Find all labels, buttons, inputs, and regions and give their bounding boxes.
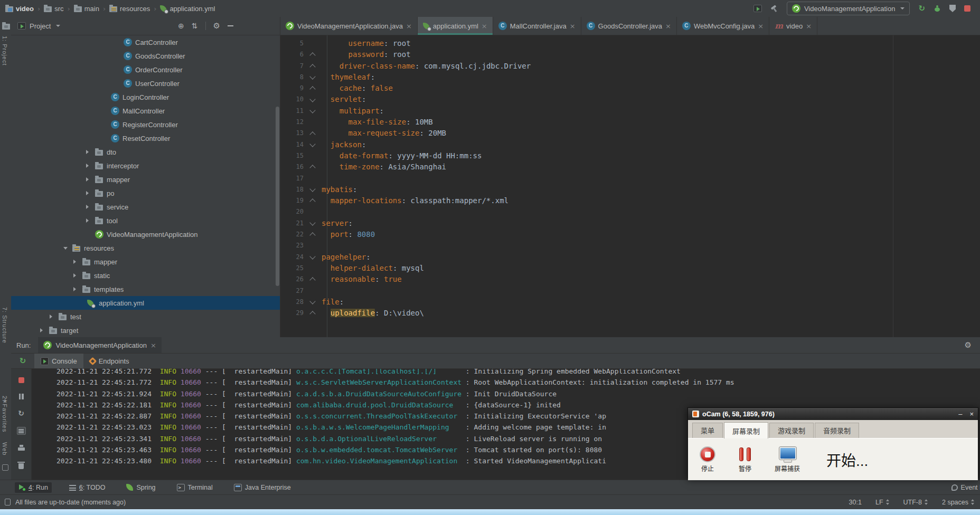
restart-icon[interactable] (18, 409, 24, 417)
tree-item-templates[interactable]: templates (11, 282, 280, 296)
tree-arrow[interactable] (86, 164, 95, 168)
tab-endpoints[interactable]: Endpoints (83, 354, 136, 368)
tree-item-ResetController[interactable]: ResetController (11, 131, 280, 145)
stripe-extra-icon[interactable] (2, 464, 8, 471)
code-area[interactable]: 5 username: root6 password: root7 driver… (280, 35, 980, 340)
tree-item-service[interactable]: service (11, 200, 280, 214)
ocam-tab[interactable]: 音频录制 (815, 423, 859, 438)
ocam-tab[interactable]: 屏幕录制 (724, 422, 768, 438)
toolbar-item-Java Enterprise[interactable]: Java Enterprise (230, 482, 295, 493)
tree-item-mapper[interactable]: mapper (11, 173, 280, 186)
tree-item-tool[interactable]: tool (11, 214, 280, 227)
breadcrumb-item[interactable]: resources (109, 5, 150, 13)
ocam-tab[interactable]: 游戏录制 (769, 423, 814, 438)
fold-marker[interactable] (304, 49, 322, 60)
project-stripe-icon[interactable] (2, 24, 10, 30)
sidebar-item-web[interactable]: Web (2, 442, 8, 455)
sidebar-item-favorites[interactable]: 2: Favorites (2, 396, 8, 432)
fold-marker[interactable] (304, 61, 322, 72)
fold-marker[interactable] (304, 128, 322, 139)
stop-icon[interactable] (18, 377, 24, 383)
tree-arrow[interactable] (86, 191, 95, 195)
tree-item-po[interactable]: po (11, 186, 280, 200)
hide-panel-icon[interactable] (228, 25, 233, 26)
fold-marker[interactable] (304, 184, 322, 195)
project-panel-title[interactable]: Project (30, 22, 51, 30)
tree-item-static[interactable]: static (11, 269, 280, 282)
breadcrumb-item[interactable]: application.yml (160, 5, 215, 13)
fold-marker[interactable] (304, 94, 322, 105)
tree-arrow[interactable] (73, 273, 82, 278)
tree-item-LoginController[interactable]: LoginController (11, 90, 280, 104)
tree-item-RegisterController[interactable]: RegisterController (11, 118, 280, 131)
sidebar-item-project[interactable]: 1: Project (2, 36, 8, 65)
fold-marker[interactable] (304, 72, 322, 83)
fold-marker[interactable] (304, 195, 322, 206)
encoding-selector[interactable]: UTF-8 (903, 499, 928, 506)
tab-application.yml[interactable]: application.yml (418, 17, 493, 35)
toolbar-item-6[interactable]: 6: TODO (65, 482, 109, 493)
collapse-all-icon[interactable] (192, 22, 198, 30)
tree-item-MallController[interactable]: MallController (11, 104, 280, 118)
tree-item-CartController[interactable]: CartController (11, 35, 280, 49)
fold-marker[interactable] (304, 308, 322, 319)
toolbar-item-Spring[interactable]: Spring (123, 482, 159, 493)
run-tab[interactable]: VideoManagementApplication (38, 337, 161, 353)
fold-marker[interactable] (304, 139, 322, 150)
toolbar-item-Terminal[interactable]: Terminal (173, 482, 216, 493)
indent-selector[interactable]: 2 spaces (942, 499, 975, 506)
run-button[interactable] (918, 5, 925, 13)
ocam-button-record-pause[interactable]: 暂停 (739, 446, 751, 473)
tree-arrow[interactable] (50, 314, 59, 319)
project-scrollbar[interactable] (276, 107, 279, 286)
toolbar-item-4[interactable]: 4: Run (15, 482, 52, 493)
tab-VideoManagementApplication.java[interactable]: VideoManagementApplication.java (280, 17, 418, 35)
caret-position[interactable]: 30:1 (849, 499, 862, 506)
print-icon[interactable] (18, 445, 25, 452)
tree-arrow[interactable] (73, 287, 82, 291)
tree-arrow[interactable] (86, 205, 95, 209)
ocam-button-screen-capture[interactable]: 屏幕捕获 (775, 446, 800, 473)
tree-arrow[interactable] (40, 328, 49, 332)
run-configuration-selector[interactable]: VideoManagementApplication (787, 2, 910, 15)
tree-item-resources[interactable]: resources (11, 241, 280, 255)
run-settings-gear-icon[interactable] (965, 341, 980, 349)
ocam-tab[interactable]: 菜单 (692, 423, 723, 438)
fold-marker[interactable] (304, 297, 322, 308)
stop-button[interactable] (964, 5, 970, 12)
fold-marker[interactable] (304, 83, 322, 94)
tree-item-test[interactable]: test (11, 310, 280, 323)
breadcrumb-item[interactable]: main (74, 5, 99, 13)
coverage-button[interactable] (949, 5, 956, 12)
tree-item-dto[interactable]: dto (11, 145, 280, 159)
breadcrumb-item[interactable]: src (44, 5, 63, 13)
gear-icon[interactable] (213, 22, 220, 30)
tree-item-OrderController[interactable]: OrderController (11, 63, 280, 77)
pause-output-icon[interactable] (18, 393, 24, 399)
fold-marker[interactable] (304, 106, 322, 117)
tree-item-GoodsController[interactable]: GoodsController (11, 49, 280, 63)
tab-GoodsController.java[interactable]: GoodsController.java (581, 17, 677, 35)
tree-item-UserController[interactable]: UserController (11, 77, 280, 90)
tab-video[interactable]: video (769, 17, 817, 35)
ocam-button-record-stop[interactable]: 停止 (700, 446, 715, 473)
fold-marker[interactable] (304, 274, 322, 285)
tree-arrow[interactable] (73, 260, 82, 264)
sidebar-item-structure[interactable]: 7: Structure (2, 307, 8, 344)
tab-MallController.java[interactable]: MallController.java (493, 17, 581, 35)
minimize-button[interactable]: – (958, 410, 962, 418)
tree-arrow[interactable] (86, 218, 95, 223)
tree-arrow[interactable] (86, 177, 95, 182)
event-log-button[interactable]: Event L (951, 484, 980, 491)
line-ending-selector[interactable]: LF (875, 499, 890, 506)
tree-item-target[interactable]: target (11, 323, 280, 337)
chevron-down-icon[interactable] (56, 25, 60, 27)
tool-window-icon[interactable] (753, 5, 762, 12)
tab-WebMvcConfig.java[interactable]: WebMvcConfig.java (677, 17, 769, 35)
fold-marker[interactable] (304, 252, 322, 263)
tree-item-mapper[interactable]: mapper (11, 255, 280, 269)
close-button[interactable]: × (969, 410, 974, 418)
tree-item-VideoManagementApplication[interactable]: VideoManagementApplication (11, 227, 280, 241)
clear-console-icon[interactable] (18, 463, 24, 469)
tree-item-interceptor[interactable]: interceptor (11, 159, 280, 173)
